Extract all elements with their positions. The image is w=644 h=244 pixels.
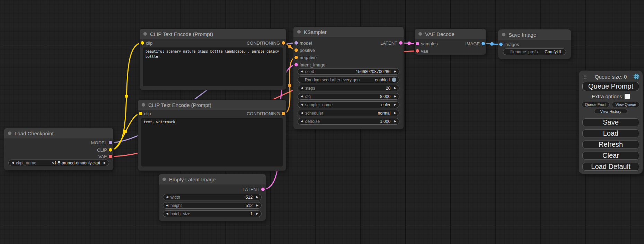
decrement-arrow[interactable]: ◀ xyxy=(301,70,303,73)
output-slot-clip[interactable]: CLIP xyxy=(97,146,113,153)
ckpt-name-widget[interactable]: ◀ ckpt_name v1-5-pruned-emaonly.ckpt ▶ xyxy=(8,160,109,166)
node-title-bar[interactable]: KSampler xyxy=(293,27,404,37)
model-input-dot[interactable] xyxy=(294,41,298,45)
output-slot-latent[interactable]: LATENT xyxy=(380,39,404,46)
latent-image-input-dot[interactable] xyxy=(294,63,298,66)
cfg-widget[interactable]: ◀ cfg 8.000 ▶ xyxy=(298,93,399,100)
collapse-dot[interactable] xyxy=(502,33,505,36)
node-title-bar[interactable]: CLIP Text Encode (Prompt) xyxy=(138,100,286,110)
node-title-bar[interactable]: Empty Latent Image xyxy=(159,174,266,184)
input-slot-clip[interactable]: clip xyxy=(138,110,151,117)
decrement-arrow[interactable]: ◀ xyxy=(166,196,168,199)
collapse-dot[interactable] xyxy=(143,32,147,36)
clear-button[interactable]: Clear xyxy=(582,152,639,160)
extra-options-checkbox[interactable] xyxy=(625,94,630,99)
refresh-button[interactable]: Refresh xyxy=(582,141,639,148)
node-clip-text-encode-positive[interactable]: CLIP Text Encode (Prompt) clip CONDITION… xyxy=(140,29,286,90)
save-button[interactable]: Save xyxy=(582,118,639,126)
decrement-arrow[interactable]: ◀ xyxy=(301,111,303,115)
vae-output-dot[interactable] xyxy=(109,155,112,158)
conditioning-output-dot[interactable] xyxy=(282,41,285,45)
clip-input-dot[interactable] xyxy=(139,112,142,115)
conditioning-output-dot[interactable] xyxy=(282,112,285,115)
collapse-dot[interactable] xyxy=(297,30,301,34)
positive-input-dot[interactable] xyxy=(294,48,298,52)
collapse-dot[interactable] xyxy=(142,103,145,107)
collapse-dot[interactable] xyxy=(418,32,422,36)
sampler-name-widget[interactable]: ◀ sampler_name euler ▶ xyxy=(298,101,399,108)
width-widget[interactable]: ◀ width 512 ▶ xyxy=(163,194,262,200)
decrement-arrow[interactable]: ◀ xyxy=(166,204,168,207)
node-ksampler[interactable]: KSampler model positive negative latent_… xyxy=(293,27,404,129)
input-slot-clip[interactable]: clip xyxy=(140,39,153,46)
view-queue-button[interactable]: View Queue xyxy=(612,102,640,107)
output-slot-image[interactable]: IMAGE xyxy=(465,40,486,47)
seed-widget[interactable]: ◀ seed 156680208700286 ▶ xyxy=(298,68,399,75)
input-slot-images[interactable]: images xyxy=(498,41,519,48)
node-title-bar[interactable]: VAE Decode xyxy=(415,29,486,39)
input-slot-positive[interactable]: positive xyxy=(293,47,315,54)
increment-arrow[interactable]: ▶ xyxy=(394,111,396,115)
node-vae-decode[interactable]: VAE Decode samples vae IMAGE xyxy=(415,29,486,55)
batch-size-widget[interactable]: ◀ batch_size 1 ▶ xyxy=(163,210,262,217)
decrement-arrow[interactable]: ◀ xyxy=(301,95,303,98)
node-clip-text-encode-negative[interactable]: CLIP Text Encode (Prompt) clip CONDITION… xyxy=(138,100,286,171)
increment-arrow[interactable]: ▶ xyxy=(394,103,396,106)
positive-prompt-textarea[interactable]: beautiful scenery nature glass bottle la… xyxy=(143,47,283,86)
samples-input-dot[interactable] xyxy=(416,42,419,45)
output-slot-latent[interactable]: LATENT xyxy=(242,186,266,193)
node-empty-latent-image[interactable]: Empty Latent Image LATENT ◀ width 512 ▶ … xyxy=(159,174,266,221)
decrement-arrow[interactable]: ◀ xyxy=(11,161,14,164)
increment-arrow[interactable]: ▶ xyxy=(394,70,396,73)
node-save-image[interactable]: Save Image images filename_prefix ComfyU… xyxy=(498,29,571,59)
decrement-arrow[interactable]: ◀ xyxy=(301,120,303,123)
increment-arrow[interactable]: ▶ xyxy=(256,212,258,215)
output-slot-conditioning[interactable]: CONDITIONING xyxy=(247,39,286,46)
node-title-bar[interactable]: Load Checkpoint xyxy=(4,128,113,138)
output-slot-conditioning[interactable]: CONDITIONING xyxy=(247,110,286,117)
input-slot-model[interactable]: model xyxy=(293,39,312,46)
increment-arrow[interactable]: ▶ xyxy=(394,95,396,98)
decrement-arrow[interactable]: ◀ xyxy=(166,212,168,215)
output-slot-model[interactable]: MODEL xyxy=(91,139,113,146)
increment-arrow[interactable]: ▶ xyxy=(256,196,258,199)
latent-output-dot[interactable] xyxy=(261,188,265,191)
collapse-dot[interactable] xyxy=(8,132,11,135)
clip-output-dot[interactable] xyxy=(109,148,112,152)
decrement-arrow[interactable]: ◀ xyxy=(301,103,303,106)
input-slot-samples[interactable]: samples xyxy=(415,40,438,47)
load-default-button[interactable]: Load Default xyxy=(582,163,639,171)
collapse-dot[interactable] xyxy=(162,178,166,181)
negative-prompt-textarea[interactable]: text, watermark xyxy=(141,118,283,166)
increment-arrow[interactable]: ▶ xyxy=(256,204,258,207)
load-button[interactable]: Load xyxy=(582,129,639,137)
height-widget[interactable]: ◀ height 512 ▶ xyxy=(163,202,262,209)
filename-prefix-widget[interactable]: filename_prefix ComfyUI xyxy=(503,48,566,55)
images-input-dot[interactable] xyxy=(499,43,503,46)
node-graph-canvas[interactable]: Load Checkpoint MODEL CLIP VAE ◀ ckpt_na… xyxy=(0,0,644,244)
denoise-widget[interactable]: ◀ denoise 1.000 ▶ xyxy=(298,118,399,125)
increment-arrow[interactable]: ▶ xyxy=(394,87,396,90)
image-output-dot[interactable] xyxy=(482,42,485,45)
increment-arrow[interactable]: ▶ xyxy=(104,161,106,164)
input-slot-vae[interactable]: vae xyxy=(415,47,428,54)
input-slot-latent-image[interactable]: latent_image xyxy=(293,61,325,68)
decrement-arrow[interactable]: ◀ xyxy=(301,87,303,90)
output-slot-vae[interactable]: VAE xyxy=(98,153,113,160)
view-history-button[interactable]: View History xyxy=(594,109,627,114)
model-output-dot[interactable] xyxy=(109,141,112,144)
toggle-dot[interactable] xyxy=(392,78,396,82)
latent-output-dot[interactable] xyxy=(399,41,403,45)
queue-prompt-button[interactable]: Queue Prompt xyxy=(582,82,639,91)
steps-widget[interactable]: ◀ steps 20 ▶ xyxy=(298,85,399,91)
clip-input-dot[interactable] xyxy=(141,41,144,45)
input-slot-negative[interactable]: negative xyxy=(293,54,317,61)
increment-arrow[interactable]: ▶ xyxy=(394,120,396,123)
queue-front-button[interactable]: Queue Front xyxy=(582,102,610,107)
random-seed-toggle-widget[interactable]: Random seed after every gen enabled xyxy=(298,76,399,83)
negative-input-dot[interactable] xyxy=(294,56,298,59)
drag-handle-icon[interactable] xyxy=(583,74,586,79)
vae-input-dot[interactable] xyxy=(416,49,419,53)
node-load-checkpoint[interactable]: Load Checkpoint MODEL CLIP VAE ◀ ckpt_na… xyxy=(4,128,113,170)
gear-icon[interactable] xyxy=(633,73,639,80)
